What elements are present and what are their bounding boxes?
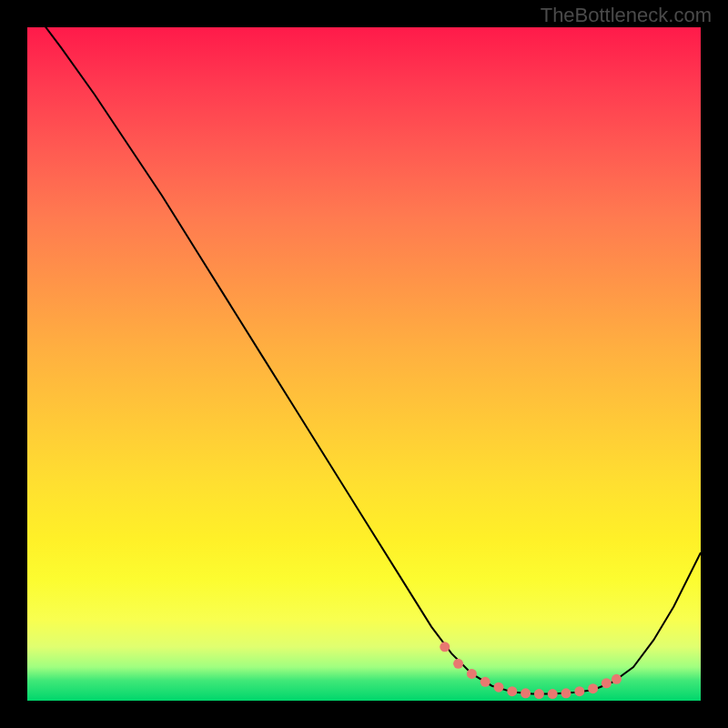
marker-dot bbox=[534, 689, 544, 699]
marker-dot bbox=[440, 642, 450, 652]
chart-svg bbox=[27, 27, 701, 701]
marker-dot bbox=[548, 689, 558, 699]
bottleneck-curve bbox=[27, 27, 701, 694]
marker-dot bbox=[494, 682, 504, 693]
marker-dot bbox=[574, 686, 584, 696]
marker-dot bbox=[467, 669, 477, 679]
marker-dot bbox=[480, 677, 490, 687]
marker-dot bbox=[602, 678, 612, 688]
marker-dot bbox=[612, 674, 622, 684]
marker-dot bbox=[561, 688, 571, 698]
watermark-text: TheBottleneck.com bbox=[541, 4, 712, 27]
marker-dot bbox=[521, 688, 531, 698]
marker-dot bbox=[453, 659, 463, 669]
plot-area bbox=[27, 27, 701, 701]
marker-dot bbox=[507, 686, 517, 696]
marker-dot bbox=[588, 683, 598, 693]
optimal-range-markers bbox=[440, 642, 622, 699]
